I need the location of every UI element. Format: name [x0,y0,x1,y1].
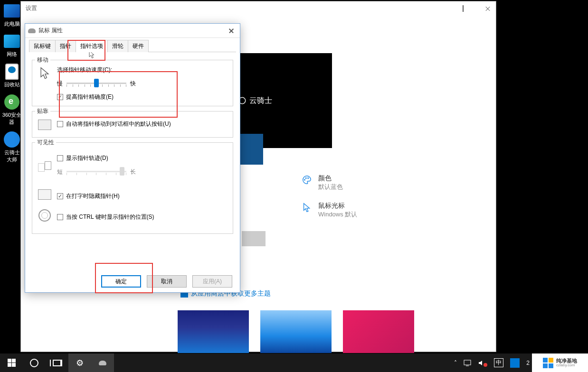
mouse-properties-dialog: 鼠标 属性 鼠标键 指针 指针选项 滑轮 硬件 移动 选择指针移动速度(C): [25,23,240,293]
theme-thumb-1[interactable] [178,310,249,353]
ctrl-locate-label: 当按 CTRL 键时显示指针的位置(S) [66,213,154,221]
mouse-icon [28,28,36,33]
dialog-content: 移动 选择指针移动速度(C): 慢 [25,52,240,242]
hide-while-typing-checkbox[interactable] [57,193,63,199]
preview-label: 云骑士 [249,96,272,106]
minimize-button[interactable] [430,1,452,15]
watermark: 纯净基地 czlaby.com [532,353,588,372]
svg-point-2 [305,177,306,178]
label: 360安全 器 [2,112,21,126]
settings-title: 设置 [26,4,430,12]
muted-indicator-icon [484,363,487,367]
dialog-titlebar[interactable]: 鼠标 属性 [25,24,240,38]
dialog-title: 鼠标 属性 [38,27,226,35]
dialog-close-button[interactable] [226,26,237,36]
system-tray: ˄ 中 2 [452,353,532,372]
cursor-icon [301,202,313,213]
ctrl-locate-checkbox[interactable] [57,214,63,220]
hide-while-typing-label: 在打字时隐藏指针(H) [66,192,120,200]
snap-to-label: 自动将指针移动到对话框中的默认按钮(U) [66,120,171,128]
cursor-title: 鼠标光标 [318,202,357,210]
trail-icon [37,159,52,174]
settings-titlebar: 设置 [21,1,496,15]
color-value: 默认蓝色 [318,183,343,191]
label: 此电脑 [4,20,20,28]
pointer-trails-checkbox[interactable] [57,155,63,161]
personalize-side-panel: 颜色 默认蓝色 鼠标光标 Windows 默认 [301,174,357,229]
side-item-cursor[interactable]: 鼠标光标 Windows 默认 [301,202,357,219]
mouse-icon [99,361,106,365]
group-visibility: 可见性 显示指针轨迹(D) 短 [32,142,233,234]
cursor-value: Windows 默认 [318,210,357,219]
svg-rect-4 [464,360,471,365]
gear-icon: ⚙ [76,358,84,368]
snap-icon [37,117,52,132]
group-motion-title: 移动 [35,56,50,64]
preview-taskbar-sample [239,134,263,165]
short-label: 短 [57,168,63,176]
tab-pointers[interactable]: 指针 [55,40,76,52]
svg-point-1 [304,179,305,180]
close-button[interactable] [474,1,496,15]
speed-label: 选择指针移动速度(C): [57,66,228,74]
label: 网络 [7,51,17,58]
ok-button[interactable]: 确定 [101,275,141,288]
label: 云骑士 大师 [4,149,20,163]
tab-buttons[interactable]: 鼠标键 [29,40,56,52]
enhance-precision-checkbox[interactable] [57,94,63,100]
pointer-speed-slider[interactable] [66,78,126,89]
tray-ime[interactable]: 中 [492,353,506,372]
group-snap-title: 贴靠 [35,107,50,115]
slow-label: 慢 [57,80,63,88]
desktop: 此电脑 网络 回收站 360安全 器 云骑士 大师 设置 云骑士 [0,0,513,353]
pointer-trails-label: 显示指针轨迹(D) [66,154,108,162]
snap-to-checkbox[interactable] [57,121,63,127]
theme-thumb-3[interactable] [343,310,414,353]
long-label: 长 [130,168,136,176]
taskbar: ⚙ ˄ 中 2 纯净基地 czlaby.com [0,353,588,372]
hide-typing-icon [37,187,52,202]
tab-wheel[interactable]: 滑轮 [107,40,128,52]
tray-clock[interactable]: 2 [524,353,532,372]
tray-chevron-icon[interactable]: ˄ [452,353,459,372]
fast-label: 快 [130,80,136,88]
theme-thumb-2[interactable] [260,310,332,353]
obscured-button[interactable] [242,231,266,246]
cortana-button[interactable] [23,353,46,372]
tray-app-icon[interactable] [508,353,522,372]
color-title: 颜色 [318,174,343,183]
theme-thumbnails [178,310,414,353]
ctrl-locate-icon [37,208,52,223]
motion-icon [37,66,52,81]
watermark-logo-icon [543,358,553,368]
palette-icon [301,174,313,186]
tray-volume-icon[interactable] [475,353,490,372]
cancel-button[interactable]: 取消 [147,275,187,288]
watermark-url: czlaby.com [556,363,577,368]
tray-display-icon[interactable] [461,353,474,372]
taskbar-app-settings[interactable]: ⚙ [68,353,91,372]
enhance-precision-label: 提高指针精确度(E) [66,93,114,101]
task-view-button[interactable] [46,353,68,372]
side-item-color[interactable]: 颜色 默认蓝色 [301,174,357,191]
group-motion: 移动 选择指针移动速度(C): 慢 [32,60,233,106]
dialog-buttons: 确定 取消 应用(A) [101,275,232,288]
trail-length-slider [66,166,126,177]
start-button[interactable] [0,353,23,372]
tab-hardware[interactable]: 硬件 [128,40,149,52]
tab-pointer-options[interactable]: 指针选项 [76,40,108,52]
group-visibility-title: 可见性 [35,139,56,147]
svg-point-3 [308,177,309,178]
dialog-tabs: 鼠标键 指针 指针选项 滑轮 硬件 [29,40,236,52]
maximize-button[interactable] [452,1,474,15]
label: 回收站 [4,81,20,88]
apply-button: 应用(A) [192,275,232,288]
group-snap: 贴靠 自动将指针移动到对话框中的默认按钮(U) [32,111,233,138]
taskbar-app-mouse[interactable] [91,353,114,372]
